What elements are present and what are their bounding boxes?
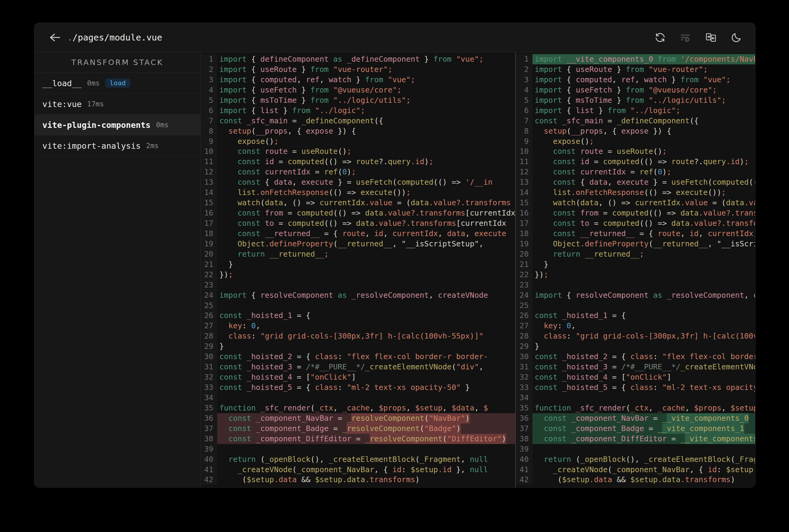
code-token: = bbox=[667, 434, 680, 443]
code-tokens: const route = useRoute(); bbox=[219, 147, 351, 156]
code-token: ref bbox=[324, 168, 337, 176]
code-token: ) bbox=[740, 157, 744, 166]
code-token: watch bbox=[553, 198, 576, 207]
code-token: return bbox=[553, 250, 580, 259]
code-token: () bbox=[337, 147, 347, 156]
code-token: , bbox=[256, 321, 260, 330]
code-token: , bbox=[635, 75, 644, 84]
code-text: Object.defineProperty(__returned__, "__i… bbox=[532, 239, 755, 249]
code-line: 17 const to = computed(() => data.value?… bbox=[516, 218, 755, 229]
code-token bbox=[535, 455, 544, 464]
code-token bbox=[256, 403, 260, 412]
code-token: class bbox=[630, 352, 653, 361]
code-token: { bbox=[246, 86, 260, 94]
code-token: watch bbox=[644, 75, 667, 84]
code-text: function _sfc_render(_ctx, _cache, $prop… bbox=[532, 403, 755, 413]
code-token: { bbox=[562, 75, 576, 84]
code-token bbox=[676, 55, 680, 63]
code-token: to bbox=[580, 219, 589, 228]
transform-stack-item[interactable]: vite:import-analysis2ms bbox=[35, 135, 200, 156]
code-panel-after[interactable]: 1import __vite_components_0 from '/compo… bbox=[515, 52, 755, 487]
line-number: 21 bbox=[516, 259, 532, 270]
code-text: }); bbox=[532, 270, 755, 280]
code-text: const currentIdx = ref(0); bbox=[532, 167, 755, 177]
refresh-icon bbox=[654, 32, 666, 43]
code-token: = bbox=[274, 219, 288, 228]
code-line: 7const _sfc_main = _defineComponent({ bbox=[201, 116, 515, 126]
code-token: from bbox=[580, 209, 599, 217]
code-token: from bbox=[310, 96, 329, 104]
code-token: data bbox=[447, 229, 465, 238]
code-token: ) bbox=[465, 414, 470, 422]
code-text: _createVNode(_component_NavBar, { id: $s… bbox=[217, 464, 515, 475]
code-token bbox=[219, 250, 238, 259]
line-number: 34 bbox=[516, 393, 532, 403]
code-text bbox=[217, 444, 515, 454]
code-token bbox=[219, 240, 238, 248]
code-token: "grid grid-cols-[300px,3fr] h-[calc(100v… bbox=[576, 331, 755, 340]
back-button[interactable] bbox=[49, 31, 62, 44]
code-token: _hoisted_2 bbox=[246, 352, 292, 361]
code-token: = bbox=[599, 209, 612, 217]
code-token: : bbox=[251, 331, 260, 340]
transform-stack-item[interactable]: __load__0msload bbox=[35, 73, 200, 94]
code-token: ?. bbox=[379, 157, 388, 166]
code-token: = bbox=[292, 362, 306, 371]
line-number: 4 bbox=[201, 85, 217, 95]
code-token: , bbox=[333, 403, 342, 412]
code-token: import bbox=[535, 55, 562, 63]
code-token: .id bbox=[753, 465, 755, 474]
code-token: { bbox=[246, 65, 260, 74]
code-token: as bbox=[333, 55, 342, 63]
code-tokens: import __vite_components_0 from '/compon… bbox=[535, 55, 755, 63]
line-number: 25 bbox=[516, 301, 532, 311]
dark-mode-moon-icon bbox=[731, 32, 742, 43]
code-token: }) bbox=[219, 270, 228, 279]
code-token: route bbox=[356, 157, 379, 166]
code-token: { bbox=[562, 106, 576, 115]
code-token bbox=[219, 178, 238, 187]
transform-stack-item[interactable]: vite:vue17ms bbox=[35, 94, 200, 115]
code-token: currentIdx bbox=[319, 198, 365, 207]
line-number: 22 bbox=[516, 270, 532, 280]
code-token: __props bbox=[256, 127, 288, 135]
code-line: 14 list.onFetchResponse(() => execute())… bbox=[516, 187, 755, 198]
code-line: 24import { resolveComponent as _resolveC… bbox=[201, 290, 515, 301]
code-token: _vite_components_2 bbox=[685, 434, 755, 443]
code-token: const bbox=[238, 219, 260, 228]
code-text: setup(__props, { expose }) { bbox=[532, 126, 755, 136]
code-token: ) bbox=[662, 168, 667, 176]
line-number: 12 bbox=[516, 167, 532, 177]
code-line: 15 watch(data, () => currentIdx.value = … bbox=[201, 198, 515, 208]
code-text: const _hoisted_2 = { class: "flex flex-c… bbox=[217, 352, 515, 362]
code-token: .value?.transforms bbox=[699, 209, 755, 217]
code-token: /*#__PURE__*/ bbox=[306, 362, 365, 371]
code-token: _defineComponent bbox=[301, 116, 374, 125]
line-number: 12 bbox=[201, 167, 217, 177]
dark-mode-toggle[interactable] bbox=[730, 32, 742, 43]
diff-compare-button[interactable] bbox=[705, 32, 717, 43]
code-token bbox=[535, 229, 553, 238]
line-number: 33 bbox=[516, 382, 532, 393]
code-token: "div" bbox=[456, 362, 479, 371]
code-token: computed bbox=[397, 178, 433, 187]
code-token: ( bbox=[424, 414, 429, 422]
code-line: 39 bbox=[201, 444, 515, 454]
code-token bbox=[219, 475, 242, 484]
code-token: resolveComponent bbox=[347, 424, 420, 433]
refresh-button[interactable] bbox=[654, 32, 666, 43]
line-number: 17 bbox=[201, 218, 217, 229]
code-token: ) bbox=[424, 157, 429, 166]
code-token: id bbox=[580, 157, 589, 166]
code-panel-before[interactable]: 1import { defineComponent as _defineComp… bbox=[201, 52, 515, 487]
code-token bbox=[219, 188, 238, 197]
code-tokens: setup(__props, { expose }) { bbox=[535, 127, 671, 135]
transform-stack-item[interactable]: vite-plugin-components0ms bbox=[35, 115, 200, 135]
code-tokens: const _component_DiffEditor = __vite_com… bbox=[535, 434, 755, 443]
code-text: const { data, execute } = useFetch(compu… bbox=[217, 177, 515, 187]
code-line: 22}); bbox=[201, 270, 515, 280]
line-wrap-button[interactable] bbox=[679, 32, 692, 43]
code-token: { bbox=[246, 75, 260, 84]
code-tokens: const id = computed(() => route?.query.i… bbox=[219, 157, 434, 166]
code-token: const bbox=[238, 209, 260, 217]
